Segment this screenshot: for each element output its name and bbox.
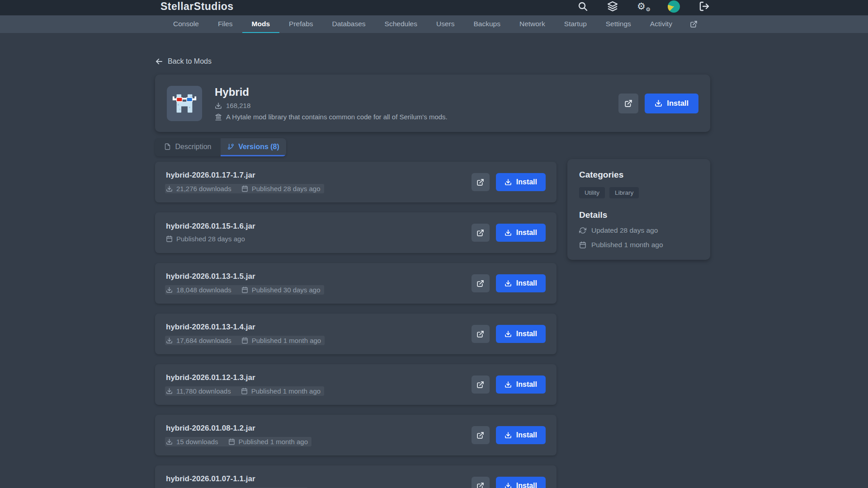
version-row: hybrid-2026.01.12-1.3.jar 11,780 downloa… <box>155 364 557 405</box>
download-icon <box>505 482 512 488</box>
calendar-icon <box>241 185 248 192</box>
external-link-icon <box>476 381 484 389</box>
nav-item-backups[interactable]: Backups <box>464 15 509 33</box>
version-row: hybrid-2026.01.13-1.4.jar 17,684 downloa… <box>155 314 557 354</box>
version-external-link-button[interactable] <box>472 173 490 191</box>
nav-item-startup[interactable]: Startup <box>555 15 596 33</box>
version-install-button[interactable]: Install <box>496 224 546 242</box>
external-link-icon <box>476 330 484 338</box>
version-install-button[interactable]: Install <box>496 426 546 444</box>
refresh-icon <box>579 227 586 234</box>
version-published: Published 30 days ago <box>241 286 321 294</box>
version-row: hybrid-2026.01.08-1.2.jar 15 downloads P… <box>155 415 557 455</box>
download-icon <box>505 178 512 186</box>
calendar-icon <box>228 438 235 445</box>
library-bank-icon <box>215 113 222 121</box>
version-install-button[interactable]: Install <box>496 173 546 191</box>
detail-updated: Updated 28 days ago <box>579 226 698 235</box>
mod-external-link-button[interactable] <box>618 94 638 113</box>
mod-info-sidebar: Categories Utility Library Details Updat… <box>567 159 710 260</box>
download-icon <box>505 280 512 287</box>
mod-header-card: Hybrid 168,218 A Hytale mod library that… <box>155 75 710 132</box>
version-published: Published 1 month ago <box>228 438 308 446</box>
download-icon <box>505 229 512 236</box>
calendar-icon <box>241 388 248 394</box>
tab-description[interactable]: Description <box>155 138 221 156</box>
version-downloads: 18,048 downloads <box>166 286 231 294</box>
version-filename: hybrid-2026.01.13-1.4.jar <box>166 323 325 332</box>
version-filename: hybrid-2026.01.13-1.5.jar <box>166 272 324 281</box>
external-link-icon <box>476 482 484 488</box>
version-filename: hybrid-2026.01.07-1.1.jar <box>166 474 308 483</box>
version-external-link-button[interactable] <box>472 224 490 242</box>
mod-description: A Hytale mod library that contains commo… <box>226 113 448 121</box>
version-row: hybrid-2026.01.15-1.6.jar Published 28 d… <box>155 212 557 253</box>
external-link-icon <box>476 432 484 439</box>
download-icon <box>215 102 222 109</box>
version-external-link-button[interactable] <box>472 477 490 488</box>
gears-icon[interactable]: ⚙⚙ <box>637 1 649 12</box>
download-icon <box>166 438 173 445</box>
mod-detail-tabs: Description Versions (8) <box>155 138 286 156</box>
version-install-button[interactable]: Install <box>496 325 546 343</box>
nav-item-schedules[interactable]: Schedules <box>375 15 427 33</box>
search-icon[interactable] <box>577 1 588 12</box>
version-external-link-button[interactable] <box>472 375 490 394</box>
version-row: hybrid-2026.01.17-1.7.jar 21,276 downloa… <box>155 162 557 202</box>
server-nav: Console Files Mods Prefabs Databases Sch… <box>0 15 868 33</box>
category-tag-library: Library <box>609 187 639 198</box>
back-to-mods-link[interactable]: Back to Mods <box>155 57 212 66</box>
category-tag-utility: Utility <box>579 187 605 198</box>
mods-page-content: Back to Mods Hybrid <box>155 33 710 488</box>
version-published: Published 28 days ago <box>166 235 245 243</box>
file-icon <box>164 143 171 150</box>
version-external-link-button[interactable] <box>472 426 490 444</box>
version-external-link-button[interactable] <box>472 274 490 292</box>
version-install-button[interactable]: Install <box>496 477 546 488</box>
top-header-bar: StellarStudios ⚙⚙ <box>0 0 868 15</box>
nav-item-console[interactable]: Console <box>164 15 208 33</box>
download-icon <box>655 99 662 107</box>
versions-list: hybrid-2026.01.17-1.7.jar 21,276 downloa… <box>155 162 557 488</box>
nav-item-network[interactable]: Network <box>510 15 555 33</box>
external-link-icon <box>476 280 484 287</box>
version-filename: hybrid-2026.01.12-1.3.jar <box>166 373 324 382</box>
mod-install-button[interactable]: Install <box>645 94 698 113</box>
version-downloads: 17,684 downloads <box>166 337 231 344</box>
mod-download-count: 168,218 <box>226 102 250 109</box>
nav-item-users[interactable]: Users <box>427 15 464 33</box>
nav-external-link-icon[interactable] <box>682 15 706 33</box>
nav-item-activity[interactable]: Activity <box>641 15 682 33</box>
logout-icon[interactable] <box>699 1 710 12</box>
category-tags: Utility Library <box>579 187 698 198</box>
version-filename: hybrid-2026.01.08-1.2.jar <box>166 424 311 433</box>
calendar-icon <box>166 235 173 242</box>
brand-logo[interactable]: StellarStudios <box>160 0 234 13</box>
version-published: Published 28 days ago <box>241 185 321 192</box>
version-published: Published 1 month ago <box>241 337 321 344</box>
nav-item-files[interactable]: Files <box>208 15 242 33</box>
layers-icon[interactable] <box>607 1 618 12</box>
external-link-icon <box>690 20 698 28</box>
hybrid-pixel-h-icon <box>171 90 198 117</box>
version-filename: hybrid-2026.01.17-1.7.jar <box>166 171 324 180</box>
nav-item-databases[interactable]: Databases <box>323 15 375 33</box>
git-branch-icon <box>227 143 234 150</box>
details-title: Details <box>579 210 698 220</box>
version-row: hybrid-2026.01.13-1.5.jar 18,048 downloa… <box>155 263 557 304</box>
nav-item-mods[interactable]: Mods <box>242 15 279 33</box>
version-install-button[interactable]: Install <box>496 375 546 394</box>
download-icon <box>166 388 173 394</box>
avatar[interactable] <box>668 0 680 13</box>
nav-item-settings[interactable]: Settings <box>596 15 641 33</box>
calendar-icon <box>241 286 248 293</box>
version-install-button[interactable]: Install <box>496 274 546 292</box>
version-external-link-button[interactable] <box>472 325 490 343</box>
categories-title: Categories <box>579 170 698 180</box>
nav-item-prefabs[interactable]: Prefabs <box>279 15 322 33</box>
download-icon <box>505 381 512 388</box>
version-downloads: 15 downloads <box>166 438 218 446</box>
tab-versions[interactable]: Versions (8) <box>221 138 286 156</box>
mod-title: Hybrid <box>215 86 448 99</box>
external-link-icon <box>624 99 632 108</box>
